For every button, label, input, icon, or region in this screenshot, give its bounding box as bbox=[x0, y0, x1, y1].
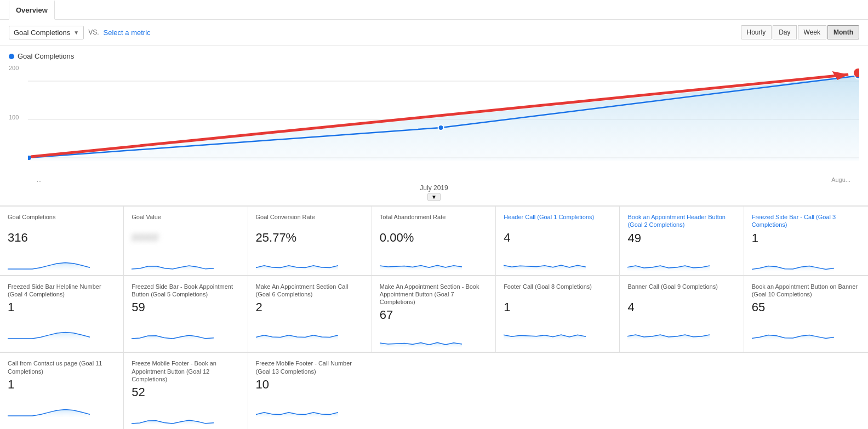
metric-sparkline bbox=[8, 248, 116, 270]
time-btn-month[interactable]: Month bbox=[827, 25, 859, 39]
metric-card[interactable]: Book an Appointment Button on Banner (Go… bbox=[744, 276, 868, 353]
metric-title: Goal Completions bbox=[8, 213, 116, 228]
metric-title: Call from Contact us page (Goal 11 Compl… bbox=[8, 359, 116, 375]
time-btn-day[interactable]: Day bbox=[773, 25, 796, 39]
metric-sparkline bbox=[627, 249, 735, 271]
metric-title: Freeze Mobile Footer - Book an Appointme… bbox=[132, 359, 239, 383]
metric-dropdown[interactable]: Goal Completions ▼ bbox=[9, 26, 84, 39]
y-label-200: 200 bbox=[9, 65, 28, 71]
metric-sparkline bbox=[380, 248, 488, 270]
metric-sparkline bbox=[504, 248, 612, 270]
dropdown-arrow-icon: ▼ bbox=[73, 30, 79, 36]
metric-card[interactable]: Make An Appointment Section Call (Goal 6… bbox=[248, 276, 372, 353]
metric-sparkline bbox=[132, 403, 239, 425]
metric-sparkline bbox=[256, 318, 364, 340]
metric-title: Goal Conversion Rate bbox=[256, 213, 364, 228]
metrics-container: Goal Completions 316 Goal Value #### Goa… bbox=[0, 206, 868, 429]
metric-dropdown-label: Goal Completions bbox=[14, 28, 70, 37]
metric-sparkline bbox=[132, 318, 239, 340]
chart-x-dropdown: ▼ bbox=[9, 193, 859, 205]
metric-title: Book an Appointment Header Button (Goal … bbox=[627, 213, 735, 229]
metric-card[interactable]: Total Abandonment Rate 0.00% bbox=[372, 207, 496, 276]
svg-marker-13 bbox=[380, 265, 462, 270]
metric-card[interactable]: Footer Call (Goal 8 Completions) 1 bbox=[496, 276, 620, 353]
chart-scroll-btn[interactable]: ▼ bbox=[427, 193, 441, 201]
time-buttons: Hourly Day Week Month bbox=[741, 25, 859, 39]
metric-value: 1 bbox=[8, 300, 116, 314]
x-label-center: July 2019 bbox=[9, 183, 859, 193]
metric-card[interactable]: Header Call (Goal 1 Completions) 4 bbox=[496, 207, 620, 276]
metric-title: Make An Appointment Section Call (Goal 6… bbox=[256, 283, 364, 299]
metric-sparkline bbox=[256, 395, 364, 417]
chart-section: Goal Completions 200 100 bbox=[0, 45, 868, 206]
metrics-row-3: Call from Contact us page (Goal 11 Compl… bbox=[0, 352, 868, 429]
chart-container: 200 100 bbox=[9, 65, 859, 174]
metric-card[interactable]: Freezed Side Bar Helpline Number (Goal 4… bbox=[0, 276, 124, 353]
metric-sparkline bbox=[8, 318, 116, 340]
metric-card[interactable]: Freeze Mobile Footer - Call Number (Goal… bbox=[248, 353, 372, 429]
chart-svg bbox=[28, 65, 859, 174]
controls-left: Goal Completions ▼ VS. Select a metric bbox=[9, 26, 151, 39]
metric-value: 4 bbox=[504, 231, 612, 245]
metric-title: Goal Value bbox=[132, 213, 239, 228]
tab-overview[interactable]: Overview bbox=[9, 0, 55, 20]
metric-card[interactable]: Book an Appointment Header Button (Goal … bbox=[620, 207, 744, 276]
legend-label: Goal Completions bbox=[18, 52, 74, 60]
vs-label: VS. bbox=[88, 28, 99, 36]
metric-value: 1 bbox=[752, 231, 860, 245]
metric-sparkline bbox=[504, 318, 612, 340]
y-label-100: 100 bbox=[9, 114, 28, 121]
chart-y-labels: 200 100 bbox=[9, 65, 28, 174]
metric-sparkline bbox=[627, 318, 735, 340]
legend-dot bbox=[9, 54, 14, 59]
metric-sparkline bbox=[256, 248, 364, 270]
metric-value: 49 bbox=[627, 231, 735, 245]
metric-title: Banner Call (Goal 9 Completions) bbox=[627, 283, 735, 298]
svg-marker-3 bbox=[28, 76, 859, 161]
metric-title: Freeze Mobile Footer - Call Number (Goal… bbox=[256, 359, 364, 375]
metric-card[interactable]: Banner Call (Goal 9 Completions) 4 bbox=[620, 276, 744, 353]
metric-card[interactable]: Freezed Side Bar - Book Appointment Butt… bbox=[124, 276, 248, 353]
metric-title: Footer Call (Goal 8 Completions) bbox=[504, 283, 612, 298]
metric-value: 67 bbox=[380, 308, 488, 322]
metric-title: Book an Appointment Button on Banner (Go… bbox=[752, 283, 860, 299]
metric-sparkline bbox=[380, 325, 488, 347]
metric-value: 10 bbox=[256, 377, 364, 392]
metric-title: Freezed Side Bar - Call (Goal 3 Completi… bbox=[752, 213, 860, 229]
metric-title: Freezed Side Bar - Book Appointment Butt… bbox=[132, 283, 239, 299]
chart-legend: Goal Completions bbox=[9, 52, 859, 60]
metric-sparkline bbox=[752, 318, 860, 340]
metric-sparkline bbox=[8, 395, 116, 417]
tab-bar: Overview bbox=[0, 0, 868, 20]
metric-card[interactable]: Freezed Side Bar - Call (Goal 3 Completi… bbox=[744, 207, 868, 276]
controls-bar: Goal Completions ▼ VS. Select a metric H… bbox=[0, 20, 868, 45]
metric-value: 25.77% bbox=[256, 231, 364, 245]
metric-title: Make An Appointment Section - Book Appoi… bbox=[380, 283, 488, 306]
metric-card[interactable]: Call from Contact us page (Goal 11 Compl… bbox=[0, 353, 124, 429]
chart-area bbox=[28, 65, 859, 174]
metric-title: Total Abandonment Rate bbox=[380, 213, 488, 228]
metric-title: Header Call (Goal 1 Completions) bbox=[504, 213, 612, 228]
x-label-left: ... bbox=[37, 176, 42, 183]
time-btn-week[interactable]: Week bbox=[798, 25, 826, 39]
select-metric-link[interactable]: Select a metric bbox=[104, 28, 151, 37]
metrics-row-2: Freezed Side Bar Helpline Number (Goal 4… bbox=[0, 276, 868, 353]
metric-value: 4 bbox=[627, 300, 735, 314]
metric-value: 0.00% bbox=[380, 231, 488, 245]
metric-card[interactable]: Make An Appointment Section - Book Appoi… bbox=[372, 276, 496, 353]
metric-card[interactable]: Freeze Mobile Footer - Book an Appointme… bbox=[124, 353, 248, 429]
metric-card[interactable]: Goal Conversion Rate 25.77% bbox=[248, 207, 372, 276]
time-btn-hourly[interactable]: Hourly bbox=[741, 25, 772, 39]
metric-value: 59 bbox=[132, 300, 239, 314]
metric-card[interactable]: Goal Value #### bbox=[124, 207, 248, 276]
metric-value: 2 bbox=[256, 300, 364, 314]
metric-card[interactable]: Goal Completions 316 bbox=[0, 207, 124, 276]
metric-value: 1 bbox=[504, 300, 612, 314]
chart-x-labels: ... Augu... bbox=[9, 174, 859, 183]
metric-value-blurred: #### bbox=[132, 231, 239, 245]
svg-marker-20 bbox=[380, 343, 462, 348]
metrics-row-1: Goal Completions 316 Goal Value #### Goa… bbox=[0, 206, 868, 276]
svg-point-4 bbox=[438, 125, 444, 130]
metric-value: 65 bbox=[752, 300, 860, 314]
metric-sparkline bbox=[132, 248, 239, 270]
